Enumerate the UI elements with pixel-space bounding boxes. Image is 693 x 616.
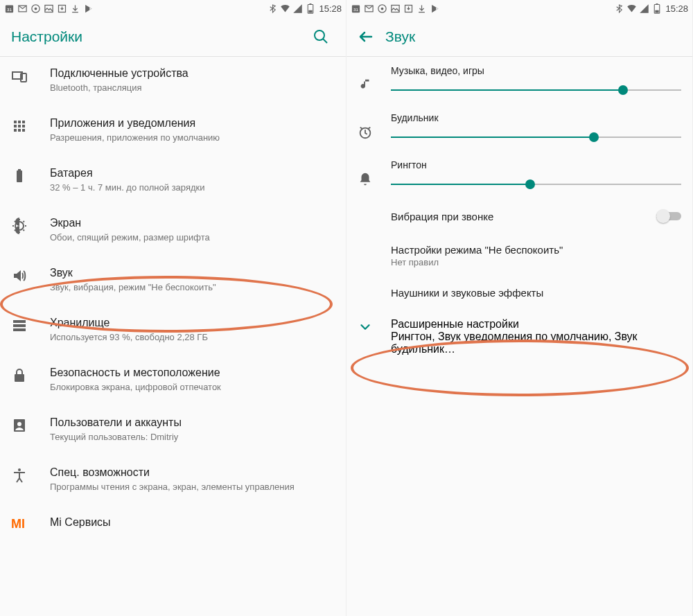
alarm-slider[interactable] (391, 130, 681, 144)
slider-media: Музыка, видео, игры (346, 57, 692, 104)
settings-appbar: Настройки (0, 17, 346, 57)
svg-rect-13 (14, 121, 17, 123)
back-button[interactable] (352, 23, 380, 51)
slider-ringtone: Рингтон (346, 151, 692, 198)
item-title: Спец. возможности (50, 466, 335, 480)
status-right-icons: 15:28 (614, 3, 688, 14)
wifi-icon (626, 3, 637, 14)
user-icon (11, 417, 28, 434)
status-clock: 15:28 (319, 3, 342, 14)
gmail-icon (364, 3, 374, 14)
chevron-down-icon (358, 319, 373, 335)
item-title: Настройки режима "Не беспокоить" (391, 244, 681, 256)
settings-item-connected-devices[interactable]: Подключенные устройства Bluetooth, транс… (0, 57, 346, 107)
svg-rect-17 (18, 125, 21, 127)
image-icon (390, 3, 401, 14)
item-subtitle: Программы чтения с экрана, экран, элемен… (50, 482, 335, 493)
volume-icon (11, 267, 28, 284)
mi-icon: MI (11, 517, 25, 531)
svg-text:31: 31 (353, 6, 358, 11)
svg-rect-9 (308, 10, 312, 12)
alarm-icon (358, 125, 373, 140)
svg-rect-40 (656, 3, 658, 5)
circle-at-icon (30, 3, 41, 14)
sound-appbar: Звук (346, 17, 692, 57)
status-left-icons: 31 (351, 3, 440, 14)
settings-item-security[interactable]: Безопасность и местоположение Блокировка… (0, 356, 346, 406)
status-clock: 15:28 (665, 3, 688, 14)
item-title: Пользователи и аккаунты (50, 416, 335, 430)
item-title: Приложения и уведомления (50, 116, 335, 131)
settings-item-storage[interactable]: Хранилище Используется 93 %, свободно 2,… (0, 306, 346, 356)
svg-rect-15 (22, 121, 25, 123)
item-subtitle: Разрешения, приложения по умолчанию (50, 132, 335, 144)
vibrate-on-call-row[interactable]: Вибрация при звонке (346, 198, 692, 234)
slider-label: Музыка, видео, игры (391, 65, 681, 76)
dnd-settings-item[interactable]: Настройки режима "Не беспокоить" Нет пра… (346, 234, 692, 277)
battery-icon (11, 168, 28, 184)
settings-item-mi-services[interactable]: MI Mi Сервисы (0, 506, 346, 540)
download-box-icon (403, 3, 414, 14)
svg-rect-19 (14, 129, 17, 132)
play-badge-icon (83, 3, 94, 14)
item-subtitle: Рингтон, Звук уведомления по умолчанию, … (391, 331, 681, 355)
arrow-down-icon (416, 3, 427, 14)
advanced-settings-item[interactable]: Расширенные настройки Рингтон, Звук увед… (346, 308, 692, 365)
vibrate-switch[interactable] (656, 209, 681, 223)
svg-point-4 (35, 7, 37, 10)
arrow-down-icon (70, 3, 80, 14)
music-note-icon (358, 78, 373, 93)
svg-rect-27 (13, 328, 26, 331)
item-subtitle: Используется 93 %, свободно 2,28 ГБ (50, 332, 335, 344)
item-subtitle: Текущий пользователь: Dmitriy (50, 432, 335, 443)
settings-item-users[interactable]: Пользователи и аккаунты Текущий пользова… (0, 406, 346, 456)
headphones-effects-item[interactable]: Наушники и звуковые эффекты (346, 277, 692, 308)
bluetooth-icon (614, 3, 624, 14)
gmail-icon (17, 3, 28, 14)
item-title: Расширенные настройки (391, 318, 681, 331)
vibrate-label: Вибрация при звонке (391, 211, 656, 222)
accessibility-icon (11, 467, 28, 484)
settings-item-accessibility[interactable]: Спец. возможности Программы чтения с экр… (0, 456, 346, 506)
item-title: Хранилище (50, 316, 335, 331)
settings-list: Подключенные устройства Bluetooth, транс… (0, 57, 346, 540)
battery-icon (305, 3, 315, 14)
status-bar: 31 15:28 (346, 0, 692, 17)
svg-rect-28 (15, 374, 24, 382)
storage-icon (11, 317, 28, 334)
search-button[interactable] (307, 23, 335, 51)
apps-icon (11, 118, 28, 134)
settings-item-sound[interactable]: Звук Звук, вибрация, режим "Не беспокоит… (0, 256, 346, 306)
ringtone-slider[interactable] (391, 177, 681, 191)
item-subtitle: Обои, спящий режим, размер шрифта (50, 232, 335, 244)
item-title: Наушники и звуковые эффекты (391, 287, 681, 299)
settings-screen: 31 (0, 0, 346, 616)
settings-item-battery[interactable]: Батарея 32 % – 1 ч. 7 мин. до полной зар… (0, 157, 346, 206)
battery-icon (651, 3, 662, 14)
media-slider[interactable] (391, 83, 681, 97)
svg-point-10 (315, 30, 324, 40)
slider-label: Рингтон (391, 159, 681, 170)
svg-point-36 (381, 7, 384, 10)
image-icon (44, 3, 54, 14)
svg-rect-8 (309, 3, 311, 5)
signal-icon (292, 3, 303, 14)
settings-item-display[interactable]: Экран Обои, спящий режим, размер шрифта (0, 206, 346, 256)
calendar-icon: 31 (351, 3, 361, 14)
devices-icon (11, 68, 28, 85)
item-title: Экран (50, 216, 335, 231)
item-title: Звук (50, 266, 335, 281)
search-icon (313, 28, 329, 45)
back-arrow-icon (358, 28, 374, 45)
page-title: Настройки (11, 28, 307, 45)
settings-item-apps[interactable]: Приложения и уведомления Разрешения, при… (0, 107, 346, 157)
item-subtitle: Звук, вибрация, режим "Не беспокоить" (50, 282, 335, 294)
svg-point-31 (18, 468, 21, 471)
status-bar: 31 (0, 0, 346, 17)
item-title: Батарея (50, 166, 335, 181)
svg-text:31: 31 (7, 6, 12, 11)
page-title: Звук (385, 28, 681, 45)
lock-icon (11, 367, 28, 384)
svg-rect-22 (17, 170, 22, 182)
download-box-icon (57, 3, 67, 14)
